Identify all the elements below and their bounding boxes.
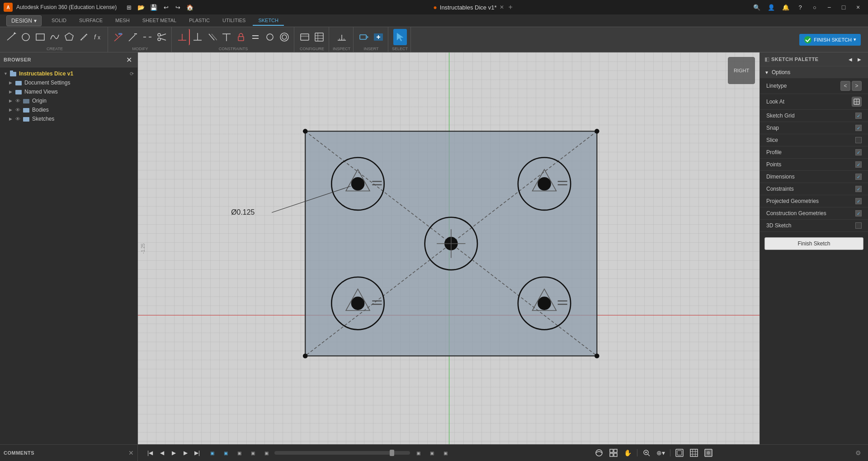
- help-btn[interactable]: ?: [794, 2, 807, 12]
- open-btn[interactable]: 📂: [136, 2, 146, 12]
- timeline-prev-btn[interactable]: ◀: [157, 448, 167, 458]
- select-btn[interactable]: [393, 29, 407, 45]
- profile-checkbox[interactable]: [855, 149, 862, 155]
- constraints-checkbox[interactable]: [855, 186, 862, 192]
- zoom-dropdown-btn[interactable]: ⊕▾: [655, 447, 667, 458]
- spline-btn[interactable]: [48, 29, 61, 45]
- timeline-end-btn[interactable]: ▶|: [192, 448, 202, 458]
- break-btn[interactable]: [141, 29, 154, 45]
- save-btn[interactable]: 💾: [148, 2, 159, 12]
- tab-surface[interactable]: SURFACE: [74, 16, 108, 26]
- configure2-btn[interactable]: [312, 29, 326, 45]
- tab-solid[interactable]: SOLID: [46, 16, 72, 26]
- insert1-btn[interactable]: [357, 29, 371, 45]
- linetype-prev-btn[interactable]: <: [840, 81, 850, 91]
- new-btn[interactable]: ⊞: [124, 2, 134, 12]
- line-btn[interactable]: [5, 29, 18, 45]
- finish-sketch-toolbar-btn[interactable]: FINISH SKETCH ▾: [799, 34, 861, 46]
- doc-refresh-btn[interactable]: ⟳: [130, 71, 134, 77]
- browser-sketches[interactable]: ▶ 👁 Sketches: [0, 114, 137, 123]
- equal-btn[interactable]: [249, 29, 262, 45]
- configure1-btn[interactable]: [298, 29, 311, 45]
- sketch-grid-checkbox[interactable]: [855, 113, 862, 119]
- look-at-btn[interactable]: [852, 97, 862, 107]
- close-doc-btn[interactable]: ✕: [500, 4, 504, 10]
- construction-geo-checkbox[interactable]: [855, 210, 862, 216]
- browser-root-item[interactable]: ▼ Instructables Dice v1 ⟳: [0, 69, 137, 78]
- parallel-btn[interactable]: [205, 29, 219, 45]
- grid-btn[interactable]: [688, 447, 700, 458]
- view-mode-btn[interactable]: [673, 447, 686, 458]
- tab-mesh[interactable]: MESH: [110, 16, 135, 26]
- perpendicular-btn[interactable]: [220, 29, 233, 45]
- timeline-thumb[interactable]: [390, 450, 394, 456]
- snap-checkbox[interactable]: [855, 125, 862, 131]
- mark-1-btn[interactable]: ▣: [412, 447, 425, 458]
- dim-btn[interactable]: [175, 29, 190, 45]
- home-btn[interactable]: 🏠: [184, 2, 195, 12]
- zoom-fit-btn[interactable]: [640, 447, 653, 458]
- timeline-start-btn[interactable]: |◀: [145, 448, 155, 458]
- account-btn[interactable]: ○: [808, 2, 821, 12]
- step-5-btn[interactable]: ▣: [260, 447, 273, 458]
- palette-collapse-btn[interactable]: ◀: [846, 55, 854, 63]
- circle-btn[interactable]: [19, 29, 33, 45]
- mark-3-btn[interactable]: ▣: [439, 447, 452, 458]
- browser-bodies[interactable]: ▶ 👁 Bodies: [0, 105, 137, 114]
- hv-btn[interactable]: [191, 29, 204, 45]
- redo-btn[interactable]: ↪: [173, 2, 183, 12]
- step-1-btn[interactable]: ▣: [206, 447, 218, 458]
- dimensions-checkbox[interactable]: [855, 174, 862, 180]
- mark-2-btn[interactable]: ▣: [425, 447, 438, 458]
- scissors-btn[interactable]: [155, 29, 169, 45]
- measure-btn[interactable]: [335, 29, 349, 45]
- comments-close-btn[interactable]: ✕: [128, 449, 134, 456]
- orbit-btn[interactable]: [593, 447, 605, 458]
- search-online-btn[interactable]: 🔍: [750, 2, 763, 12]
- display-btn[interactable]: [702, 447, 715, 458]
- linetype-next-btn[interactable]: >: [852, 81, 862, 91]
- step-2-btn[interactable]: ▣: [219, 447, 232, 458]
- timeline-track[interactable]: [274, 451, 410, 455]
- timeline-next-btn[interactable]: ▶: [180, 448, 190, 458]
- design-dropdown[interactable]: DESIGN ▾: [6, 15, 42, 26]
- browser-close-btn[interactable]: ✕: [124, 55, 134, 64]
- new-tab-btn[interactable]: +: [509, 3, 513, 11]
- tab-utilities[interactable]: UTILITIES: [217, 16, 251, 26]
- browser-origin[interactable]: ▶ 👁 Origin: [0, 96, 137, 105]
- restore-btn[interactable]: □: [837, 3, 850, 12]
- finish-sketch-palette-btn[interactable]: Finish Sketch: [764, 237, 863, 250]
- fx-btn[interactable]: fx: [91, 29, 105, 45]
- notifications-btn[interactable]: 🔔: [779, 2, 792, 12]
- points-checkbox[interactable]: [855, 161, 862, 168]
- lock-btn[interactable]: [234, 29, 248, 45]
- close-btn[interactable]: ×: [852, 3, 864, 12]
- pan-btn[interactable]: ✋: [622, 447, 634, 458]
- grid-view-btn[interactable]: [607, 447, 620, 458]
- 3d-sketch-checkbox[interactable]: [855, 222, 862, 229]
- palette-expand-btn[interactable]: ▶: [855, 55, 863, 63]
- minimize-btn[interactable]: −: [823, 3, 835, 12]
- concentric-btn[interactable]: [278, 29, 291, 45]
- options-section-header[interactable]: ▼ Options: [760, 66, 868, 78]
- step-3-btn[interactable]: ▣: [233, 447, 245, 458]
- comments-panel[interactable]: COMMENTS ✕: [0, 445, 138, 461]
- offset-btn[interactable]: [77, 29, 90, 45]
- step-4-btn[interactable]: ▣: [246, 447, 259, 458]
- tab-sheet-metal[interactable]: SHEET METAL: [137, 16, 182, 26]
- tab-plastic[interactable]: PLASTIC: [184, 16, 215, 26]
- trim-btn[interactable]: [112, 29, 125, 45]
- canvas-area[interactable]: -1.25 RIGHT: [138, 52, 760, 444]
- projected-geo-checkbox[interactable]: [855, 198, 862, 204]
- rectangle-btn[interactable]: [33, 29, 47, 45]
- tangent-btn[interactable]: [263, 29, 277, 45]
- tab-sketch[interactable]: SKETCH: [253, 16, 284, 26]
- polygon-btn[interactable]: [62, 29, 76, 45]
- timeline-play-btn[interactable]: ▶: [169, 448, 179, 458]
- profile-btn[interactable]: 👤: [765, 2, 778, 12]
- browser-doc-settings[interactable]: ▶ Document Settings: [0, 78, 137, 87]
- undo-btn[interactable]: ↩: [161, 2, 171, 12]
- browser-named-views[interactable]: ▶ Named Views: [0, 87, 137, 96]
- extend-btn[interactable]: [126, 29, 140, 45]
- slice-checkbox[interactable]: [855, 137, 862, 143]
